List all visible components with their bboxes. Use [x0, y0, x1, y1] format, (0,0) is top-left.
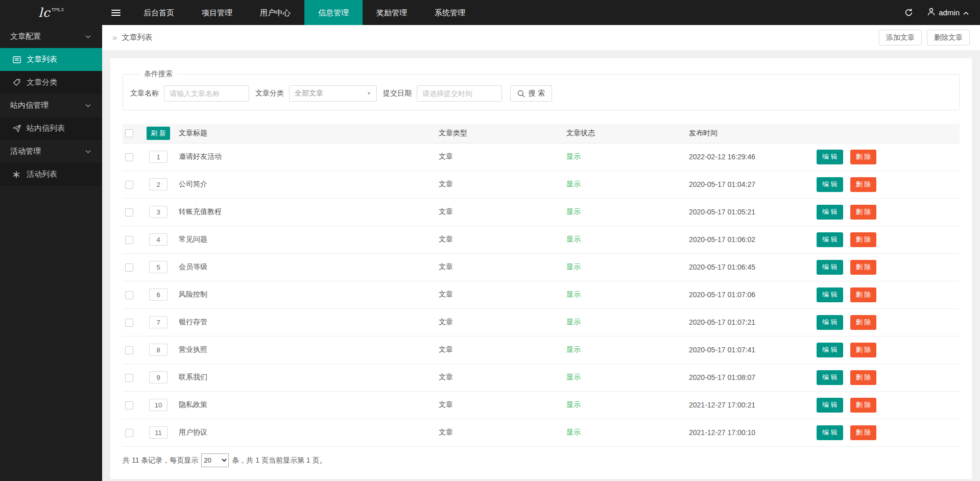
edit-button[interactable]: 编 辑 — [817, 177, 843, 192]
article-status[interactable]: 显示 — [566, 400, 581, 408]
search-button[interactable]: 搜 索 — [510, 85, 552, 102]
article-status[interactable]: 显示 — [566, 290, 581, 298]
row-id: 7 — [149, 316, 168, 328]
delete-button[interactable]: 删 除 — [850, 232, 877, 247]
article-type: 文章 — [439, 281, 566, 308]
chevron-down-icon: ▼ — [367, 91, 371, 96]
sidebar-item[interactable]: 文章分类 — [0, 71, 102, 94]
article-status[interactable]: 显示 — [566, 152, 581, 160]
article-title: 联系我们 — [174, 364, 439, 391]
article-type: 文章 — [439, 143, 566, 171]
submit-date-label: 提交日期 — [383, 89, 412, 98]
article-status[interactable]: 显示 — [566, 180, 581, 188]
article-type: 文章 — [439, 308, 566, 336]
sidebar-item[interactable]: 站内信列表 — [0, 117, 102, 140]
sidebar-section-label: 活动管理 — [10, 147, 41, 156]
sidebar-section-3[interactable]: 活动管理 — [0, 140, 102, 163]
delete-button[interactable]: 删 除 — [850, 205, 877, 220]
row-checkbox[interactable] — [125, 153, 133, 161]
nav-item-3[interactable]: 用户中心 — [246, 0, 304, 25]
nav-item-4[interactable]: 信息管理 — [304, 0, 363, 25]
row-checkbox[interactable] — [125, 291, 133, 299]
publish-time: 2021-12-27 17:00:10 — [689, 419, 817, 446]
sidebar-section-1[interactable]: 文章配置 — [0, 25, 102, 48]
row-id: 2 — [149, 178, 168, 190]
row-checkbox[interactable] — [125, 401, 133, 410]
article-type: 文章 — [439, 198, 566, 226]
top-nav: 后台首页项目管理用户中心信息管理奖励管理系统管理 — [130, 0, 479, 25]
delete-button[interactable]: 删 除 — [850, 370, 877, 385]
nav-item-5[interactable]: 奖励管理 — [363, 0, 421, 25]
username: admin — [939, 8, 960, 17]
article-status[interactable]: 显示 — [566, 428, 581, 436]
sidebar-item[interactable]: 活动列表 — [0, 163, 102, 186]
edit-button[interactable]: 编 辑 — [817, 260, 843, 275]
edit-button[interactable]: 编 辑 — [817, 287, 843, 302]
delete-button[interactable]: 删 除 — [850, 150, 877, 164]
table-row: 10 隐私政策 文章 显示 2021-12-27 17:00:21 编 辑 删 … — [123, 391, 960, 419]
edit-button[interactable]: 编 辑 — [817, 232, 843, 247]
article-status[interactable]: 显示 — [566, 373, 581, 381]
hamburger-icon[interactable] — [102, 0, 130, 25]
sidebar-item-label: 活动列表 — [27, 170, 57, 179]
article-status[interactable]: 显示 — [566, 207, 581, 215]
refresh-icon[interactable] — [898, 0, 919, 25]
article-title: 隐私政策 — [174, 391, 439, 419]
article-status[interactable]: 显示 — [566, 318, 581, 326]
select-all-checkbox[interactable] — [125, 129, 133, 137]
nav-item-6[interactable]: 系统管理 — [421, 0, 479, 25]
user-menu[interactable]: admin — [927, 8, 969, 17]
edit-button[interactable]: 编 辑 — [817, 205, 843, 220]
nav-item-1[interactable]: 后台首页 — [130, 0, 188, 25]
submit-date-input[interactable] — [417, 85, 502, 102]
edit-button[interactable]: 编 辑 — [817, 315, 843, 330]
delete-button[interactable]: 删 除 — [850, 343, 877, 357]
delete-button[interactable]: 删 除 — [850, 425, 877, 440]
delete-button[interactable]: 删 除 — [850, 287, 877, 302]
article-status[interactable]: 显示 — [566, 262, 581, 271]
sidebar-section-2[interactable]: 站内信管理 — [0, 94, 102, 117]
row-checkbox[interactable] — [125, 181, 133, 189]
logo[interactable]: lc TP5.3 — [0, 0, 102, 25]
row-checkbox[interactable] — [125, 263, 133, 272]
edit-button[interactable]: 编 辑 — [817, 370, 843, 385]
row-id: 5 — [149, 261, 168, 273]
publish-time: 2021-12-27 17:00:21 — [689, 391, 817, 419]
row-id: 3 — [149, 206, 168, 218]
article-status[interactable]: 显示 — [566, 235, 581, 243]
column-header-time: 发布时间 — [689, 124, 817, 143]
nav-item-2[interactable]: 项目管理 — [188, 0, 246, 25]
row-checkbox[interactable] — [125, 346, 133, 354]
edit-button[interactable]: 编 辑 — [817, 150, 843, 164]
page-size-select[interactable]: 20 — [201, 453, 229, 467]
breadcrumb-bar: » 文章列表 添加文章 删除文章 — [102, 25, 980, 50]
search-button-label: 搜 索 — [529, 89, 545, 98]
add-article-button[interactable]: 添加文章 — [879, 30, 922, 45]
table-row: 1 邀请好友活动 文章 显示 2022-02-12 16:29:46 编 辑 删… — [123, 143, 960, 171]
table-row: 4 常见问题 文章 显示 2020-05-17 01:06:02 编 辑 删 除 — [123, 226, 960, 253]
search-panel: 条件搜索 文章名称 文章分类 全部文章 ▼ 提交日期 — [123, 69, 960, 110]
article-title: 会员等级 — [174, 253, 439, 281]
row-checkbox[interactable] — [125, 236, 133, 244]
delete-button[interactable]: 删 除 — [850, 260, 877, 275]
row-checkbox[interactable] — [125, 319, 133, 327]
logo-version: TP5.3 — [52, 7, 64, 12]
table-refresh-button[interactable]: 刷 新 — [147, 127, 170, 140]
sidebar-item[interactable]: 文章列表 — [0, 48, 102, 71]
category-select[interactable]: 全部文章 ▼ — [289, 85, 377, 102]
edit-button[interactable]: 编 辑 — [817, 343, 843, 357]
row-checkbox[interactable] — [125, 374, 133, 382]
delete-button[interactable]: 删 除 — [850, 177, 877, 192]
delete-article-button[interactable]: 删除文章 — [927, 30, 970, 45]
row-checkbox[interactable] — [125, 208, 133, 217]
delete-button[interactable]: 删 除 — [850, 315, 877, 330]
pagination-prefix: 共 11 条记录，每页显示 — [123, 456, 198, 465]
row-checkbox[interactable] — [125, 429, 133, 437]
edit-button[interactable]: 编 辑 — [817, 425, 843, 440]
delete-button[interactable]: 删 除 — [850, 398, 877, 413]
article-name-input[interactable] — [164, 85, 249, 102]
table-row: 5 会员等级 文章 显示 2020-05-17 01:06:45 编 辑 删 除 — [123, 253, 960, 281]
edit-button[interactable]: 编 辑 — [817, 398, 843, 413]
article-status[interactable]: 显示 — [566, 345, 581, 353]
column-header-type: 文章类型 — [439, 124, 566, 143]
